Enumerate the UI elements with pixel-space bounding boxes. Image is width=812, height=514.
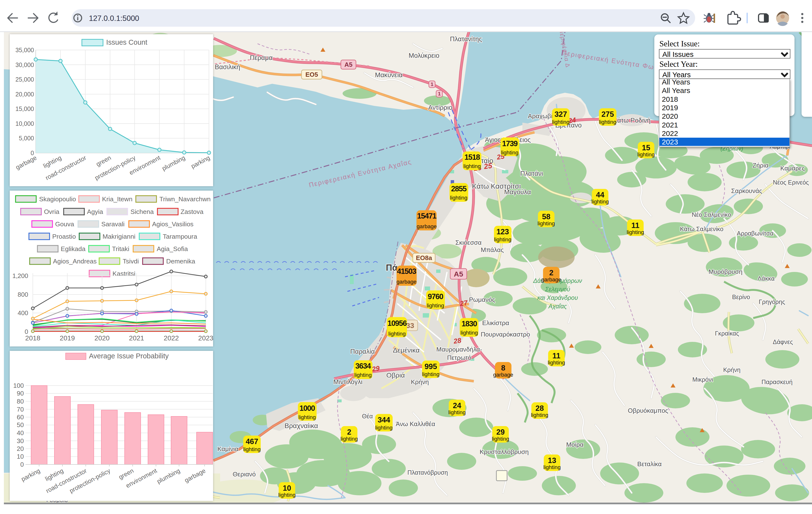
- svg-text:Βεταλίκα: Βεταλίκα: [637, 460, 662, 467]
- svg-text:25: 25: [483, 161, 493, 171]
- svg-text:2: 2: [549, 269, 553, 277]
- svg-text:parking: parking: [190, 154, 211, 170]
- svg-text:1: 1: [438, 91, 440, 96]
- svg-text:Μαυρομανδήλα-: Μαυρομανδήλα-: [436, 346, 482, 353]
- svg-text:Μαγούλα: Μαγούλα: [504, 188, 531, 196]
- svg-text:road-constructor: road-constructor: [44, 154, 87, 181]
- svg-text:50: 50: [17, 421, 24, 428]
- svg-text:60: 60: [17, 414, 24, 421]
- svg-text:13: 13: [548, 456, 556, 465]
- svg-text:2: 2: [347, 428, 351, 436]
- svg-text:24: 24: [453, 401, 461, 410]
- svg-text:Ovria: Ovria: [44, 208, 60, 215]
- svg-text:2020: 2020: [94, 334, 110, 342]
- svg-text:Skagiopoulio: Skagiopoulio: [39, 195, 76, 203]
- svg-text:Οβριά: Οβριά: [386, 371, 405, 379]
- svg-text:garbage: garbage: [397, 279, 417, 285]
- svg-text:Tsivdi: Tsivdi: [123, 258, 139, 265]
- svg-text:Μοίρα: Μοίρα: [566, 441, 584, 448]
- svg-text:1739: 1739: [502, 139, 518, 148]
- svg-text:Proastio: Proastio: [52, 233, 76, 240]
- svg-text:lighting: lighting: [538, 220, 555, 226]
- svg-text:Agia_Sofia: Agia_Sofia: [157, 245, 188, 252]
- svg-text:25,000: 25,000: [16, 76, 34, 83]
- svg-text:Βερίνο: Βερίνο: [732, 294, 750, 300]
- svg-text:Πουρναρόκαστρο: Πουρναρόκαστρο: [481, 331, 530, 338]
- svg-text:1,200: 1,200: [12, 272, 28, 279]
- svg-text:127.0.0.1:5000: 127.0.0.1:5000: [89, 14, 139, 23]
- svg-text:lighting: lighting: [627, 229, 644, 235]
- svg-text:plumbing: plumbing: [161, 154, 186, 172]
- svg-text:Kria_Itewn: Kria_Itewn: [102, 195, 133, 203]
- svg-text:35,000: 35,000: [16, 47, 34, 53]
- svg-text:2023: 2023: [198, 334, 213, 342]
- svg-text:EO5: EO5: [306, 71, 318, 78]
- svg-text:Tarampoura: Tarampoura: [163, 233, 197, 240]
- svg-text:Πέραμα: Πέραμα: [250, 54, 272, 61]
- svg-text:Κρήνη: Κρήνη: [723, 366, 740, 373]
- svg-text:1518: 1518: [465, 153, 480, 161]
- svg-text:Πετρωτό: Πετρωτό: [447, 354, 471, 361]
- svg-text:Ρωμανός: Ρωμανός: [469, 296, 495, 303]
- svg-text:400: 400: [18, 309, 28, 316]
- svg-text:10: 10: [283, 484, 291, 492]
- svg-text:467: 467: [245, 437, 258, 446]
- svg-text:lighting: lighting: [375, 425, 393, 431]
- svg-text:Πλατάνι: Πλατάνι: [520, 170, 543, 177]
- svg-text:Λάκκα: Λάκκα: [758, 275, 775, 282]
- svg-text:344: 344: [378, 416, 390, 424]
- svg-text:90: 90: [17, 390, 24, 397]
- svg-text:Παρασκευή: Παρασκευή: [761, 379, 792, 385]
- svg-text:Καμίνια: Καμίνια: [218, 445, 239, 453]
- svg-text:lighting: lighting: [552, 119, 569, 125]
- svg-text:40: 40: [17, 429, 24, 436]
- svg-text:28: 28: [535, 404, 544, 413]
- svg-text:2019: 2019: [60, 334, 75, 342]
- svg-text:lighting: lighting: [243, 446, 260, 452]
- svg-text:0: 0: [21, 461, 24, 468]
- svg-text:lighting: lighting: [450, 195, 467, 201]
- svg-text:garbage: garbage: [541, 276, 561, 282]
- svg-text:20,000: 20,000: [16, 91, 34, 98]
- svg-text:Κρυσταλλόβρυση: Κρυσταλλόβρυση: [480, 448, 529, 455]
- svg-text:2855: 2855: [451, 184, 467, 193]
- svg-text:lighting: lighting: [463, 163, 481, 169]
- svg-text:Θέα: Θέα: [362, 413, 373, 420]
- svg-text:1: 1: [431, 82, 433, 87]
- svg-text:Μολύκρειο: Μολύκρειο: [409, 52, 439, 59]
- svg-text:8: 8: [501, 364, 505, 372]
- svg-text:green: green: [118, 467, 135, 481]
- svg-text:parking: parking: [20, 467, 41, 483]
- svg-text:Μακύνεια: Μακύνεια: [375, 71, 403, 79]
- svg-text:80: 80: [17, 398, 24, 405]
- svg-text:lighting: lighting: [340, 436, 358, 442]
- svg-text:11: 11: [552, 352, 560, 360]
- svg-text:lighting: lighting: [427, 303, 444, 309]
- svg-text:28: 28: [453, 336, 462, 345]
- svg-text:road-constructor: road-constructor: [45, 467, 88, 494]
- svg-text:lighting: lighting: [298, 414, 316, 420]
- svg-text:protection-policy: protection-policy: [68, 467, 111, 494]
- svg-text:Μυρόβρυση: Μυρόβρυση: [708, 268, 743, 275]
- svg-text:Σαρκουνάς: Σαρκουνάς: [731, 187, 762, 194]
- svg-text:29: 29: [496, 428, 505, 436]
- svg-text:Saravali: Saravali: [101, 220, 125, 228]
- svg-text:Ζήρια: Ζήρια: [752, 162, 768, 169]
- svg-text:Agyia: Agyia: [87, 208, 103, 215]
- svg-text:10: 10: [17, 453, 24, 460]
- svg-text:Eglikada: Eglikada: [61, 245, 86, 252]
- svg-text:Κρήνη: Κρήνη: [411, 378, 429, 386]
- svg-text:10,000: 10,000: [16, 120, 34, 127]
- svg-text:Μικρόνι: Μικρόνι: [692, 376, 713, 383]
- svg-text:Νέο Σαλμενίκο: Νέο Σαλμενίκο: [692, 211, 731, 218]
- svg-text:Δάφνες: Δάφνες: [773, 338, 793, 345]
- svg-text:15,000: 15,000: [16, 105, 34, 112]
- svg-text:Θεριανό: Θεριανό: [233, 471, 256, 478]
- svg-text:Αρραβωνίτσα: Αρραβωνίτσα: [737, 230, 774, 237]
- svg-text:11: 11: [632, 221, 639, 230]
- svg-text:Tritaki: Tritaki: [112, 245, 129, 252]
- svg-text:29: 29: [371, 364, 380, 373]
- svg-text:lighting: lighting: [494, 237, 511, 243]
- svg-text:1830: 1830: [462, 320, 477, 328]
- svg-text:Demenika: Demenika: [166, 258, 195, 265]
